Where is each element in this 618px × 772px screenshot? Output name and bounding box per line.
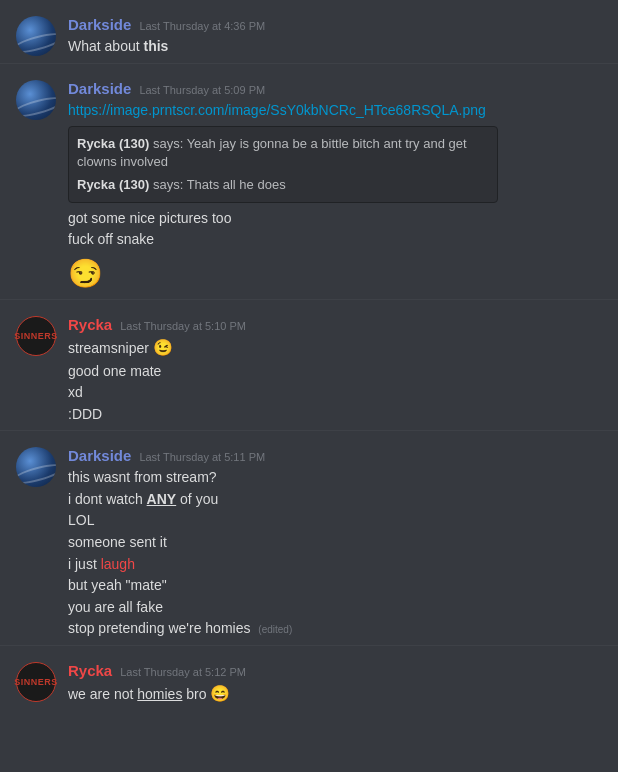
username-4: Darkside xyxy=(68,447,131,464)
rycka-badge-text-2: SINNERS xyxy=(14,677,58,687)
message-content-2: Darkside Last Thursday at 5:09 PM https:… xyxy=(68,80,602,296)
message-line-3-2: good one mate xyxy=(68,362,602,382)
grin-emoji: 😄 xyxy=(210,685,230,702)
timestamp-2: Last Thursday at 5:09 PM xyxy=(139,84,265,96)
message-content-4: Darkside Last Thursday at 5:11 PM this w… xyxy=(68,447,602,641)
message-group-1: Darkside Last Thursday at 4:36 PM What a… xyxy=(0,0,618,63)
message-line-1-1: What about this xyxy=(68,37,602,57)
message-header-5: Rycka Last Thursday at 5:12 PM xyxy=(68,662,602,679)
embed-says-2: says: Thats all he does xyxy=(153,177,286,192)
message-line-4-7: you are all fake xyxy=(68,598,602,618)
message-header-3: Rycka Last Thursday at 5:10 PM xyxy=(68,316,602,333)
message-header-2: Darkside Last Thursday at 5:09 PM xyxy=(68,80,602,97)
timestamp-3: Last Thursday at 5:10 PM xyxy=(120,320,246,332)
message-line-3-1: streamsniper 😉 xyxy=(68,337,602,359)
message-group-5: SINNERS Rycka Last Thursday at 5:12 PM w… xyxy=(0,645,618,711)
embed-row-2: Rycka (130) says: Thats all he does xyxy=(77,176,489,194)
timestamp-4: Last Thursday at 5:11 PM xyxy=(139,451,265,463)
message-line-2-link[interactable]: https://image.prntscr.com/image/SsY0kbNC… xyxy=(68,101,602,121)
laugh-highlight: laugh xyxy=(101,556,135,572)
message-line-4-8: stop pretending we're homies (edited) xyxy=(68,619,602,639)
username-3: Rycka xyxy=(68,316,112,333)
bold-this: this xyxy=(144,38,169,54)
message-header-4: Darkside Last Thursday at 5:11 PM xyxy=(68,447,602,464)
avatar-darkside-3 xyxy=(16,447,56,487)
wink-emoji-2: 😉 xyxy=(153,339,173,356)
avatar-darkside-1 xyxy=(16,16,56,56)
timestamp-1: Last Thursday at 4:36 PM xyxy=(139,20,265,32)
winking-emoji: 😏 xyxy=(68,254,602,293)
message-line-2-text1: got some nice pictures too xyxy=(68,209,602,229)
embed-name-2: Rycka (130) xyxy=(77,177,149,192)
message-line-4-5: i just laugh xyxy=(68,555,602,575)
message-line-4-2: i dont watch ANY of you xyxy=(68,490,602,510)
timestamp-5: Last Thursday at 5:12 PM xyxy=(120,666,246,678)
message-header-1: Darkside Last Thursday at 4:36 PM xyxy=(68,16,602,33)
avatar-darkside-2 xyxy=(16,80,56,120)
username-1: Darkside xyxy=(68,16,131,33)
message-content-3: Rycka Last Thursday at 5:10 PM streamsni… xyxy=(68,316,602,426)
edited-label: (edited) xyxy=(258,624,292,635)
message-line-2-text2: fuck off snake xyxy=(68,230,602,250)
message-line-3-3: xd xyxy=(68,383,602,403)
image-link[interactable]: https://image.prntscr.com/image/SsY0kbNC… xyxy=(68,102,486,118)
message-group-2: Darkside Last Thursday at 5:09 PM https:… xyxy=(0,63,618,300)
embed-row-1: Rycka (130) says: Yeah jay is gonna be a… xyxy=(77,135,489,171)
message-line-4-4: someone sent it xyxy=(68,533,602,553)
embed-name-1: Rycka (130) xyxy=(77,136,149,151)
username-5: Rycka xyxy=(68,662,112,679)
message-group-3: SINNERS Rycka Last Thursday at 5:10 PM s… xyxy=(0,299,618,430)
message-line-2-emoji: 😏 xyxy=(68,254,602,293)
message-content-1: Darkside Last Thursday at 4:36 PM What a… xyxy=(68,16,602,59)
homies-text: homies xyxy=(137,686,182,702)
message-line-4-6: but yeah "mate" xyxy=(68,576,602,596)
embed-preview: Rycka (130) says: Yeah jay is gonna be a… xyxy=(68,126,498,203)
message-content-5: Rycka Last Thursday at 5:12 PM we are no… xyxy=(68,662,602,707)
rycka-badge-text: SINNERS xyxy=(14,331,58,341)
username-2: Darkside xyxy=(68,80,131,97)
message-line-4-3: LOL xyxy=(68,511,602,531)
message-group-4: Darkside Last Thursday at 5:11 PM this w… xyxy=(0,430,618,645)
message-line-5-1: we are not homies bro 😄 xyxy=(68,683,602,705)
message-line-4-1: this wasnt from stream? xyxy=(68,468,602,488)
any-text: ANY xyxy=(147,491,177,507)
avatar-rycka-1: SINNERS xyxy=(16,316,56,356)
message-line-3-4: :DDD xyxy=(68,405,602,425)
avatar-rycka-2: SINNERS xyxy=(16,662,56,702)
